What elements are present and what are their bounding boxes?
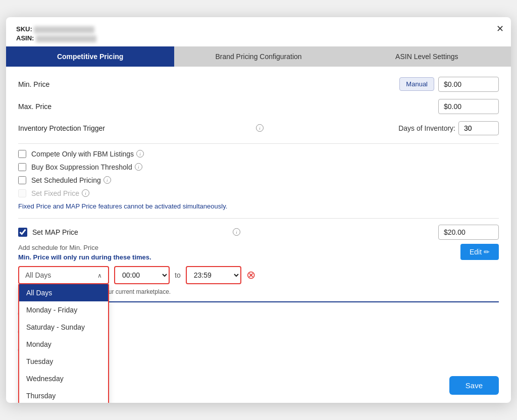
dropdown-item-monday[interactable]: Monday: [19, 336, 108, 353]
divider-2: [18, 218, 499, 219]
modal: ✕ SKU: ASIN: Competitive Pricing Brand P…: [6, 17, 511, 402]
tabs-container: Competitive Pricing Brand Pricing Config…: [6, 46, 511, 67]
schedule-note: Min. Price will only run during these ti…: [18, 253, 151, 261]
fbm-info-icon[interactable]: i: [136, 150, 144, 158]
inventory-protection-row: Inventory Protection Trigger i Days of I…: [18, 121, 499, 135]
edit-button[interactable]: Edit ✏: [460, 244, 499, 260]
time-to-select[interactable]: 23:59 22:00 21:00: [186, 266, 241, 284]
max-price-input[interactable]: [438, 99, 499, 114]
close-button[interactable]: ✕: [496, 23, 504, 34]
days-select-container: All Days All Days Monday - Friday Saturd…: [18, 266, 109, 284]
modal-overlay: ✕ SKU: ASIN: Competitive Pricing Brand P…: [0, 0, 517, 420]
edit-btn-label: Edit ✏: [470, 248, 490, 256]
days-of-inventory-group: Days of Inventory:: [264, 121, 499, 135]
checkbox-fbm-label: Compete Only with FBM Listings: [31, 150, 134, 158]
schedule-section: Add schedule for Min. Price Min. Price w…: [18, 244, 499, 357]
remove-icon: ⊗: [246, 269, 255, 282]
inventory-info-icon[interactable]: i: [256, 124, 264, 132]
dropdown-item-satSun[interactable]: Saturday - Sunday: [19, 319, 108, 336]
dropdown-item-tuesday[interactable]: Tuesday: [19, 353, 108, 370]
day-select-value: All Days: [25, 271, 51, 279]
buybox-info-icon[interactable]: i: [135, 163, 142, 171]
fixed-info-icon[interactable]: i: [82, 189, 89, 197]
checkbox-scheduled[interactable]: [18, 176, 26, 184]
checkbox-scheduled-label: Set Scheduled Pricing: [31, 176, 101, 184]
schedule-controls: All Days All Days Monday - Friday Saturd…: [18, 266, 499, 284]
min-price-row: Min. Price Manual: [18, 77, 499, 92]
chevron-up-icon: [97, 271, 102, 279]
schedule-row-wrapper: Add schedule for Min. Price Min. Price w…: [18, 244, 499, 266]
checkbox-buybox[interactable]: [18, 163, 26, 171]
fixed-map-note: Fixed Price and MAP Price features canno…: [18, 202, 499, 210]
manual-button[interactable]: Manual: [399, 77, 434, 91]
checkbox-fixed-label: Set Fixed Price: [31, 189, 79, 197]
sku-line: SKU:: [16, 25, 501, 33]
scheduled-info-icon[interactable]: i: [104, 176, 111, 184]
schedule-left: Add schedule for Min. Price Min. Price w…: [18, 244, 151, 266]
min-price-label: Min. Price: [18, 80, 399, 88]
tab-competitive[interactable]: Competitive Pricing: [6, 46, 174, 67]
checkbox-fbm[interactable]: [18, 150, 26, 158]
dropdown-item-alldays[interactable]: All Days: [19, 284, 108, 301]
sku-label: SKU:: [16, 25, 32, 33]
days-of-inventory-input[interactable]: [458, 121, 499, 135]
dropdown-item-wednesday[interactable]: Wednesday: [19, 370, 108, 387]
save-button[interactable]: Save: [449, 376, 499, 395]
asin-line: ASIN:: [16, 34, 501, 42]
days-of-inventory-label: Days of Inventory:: [398, 124, 455, 132]
modal-header: SKU: ASIN:: [6, 17, 511, 46]
map-price-input[interactable]: [438, 225, 499, 240]
max-price-row: Max. Price: [18, 99, 499, 114]
remove-schedule-button[interactable]: ⊗: [246, 269, 255, 282]
checkbox-map[interactable]: [18, 228, 27, 237]
min-price-input[interactable]: [438, 77, 499, 92]
checkbox-fixed: [18, 189, 26, 197]
dropdown-item-thursday[interactable]: Thursday: [19, 387, 108, 403]
dropdown-item-monFri[interactable]: Monday - Friday: [19, 301, 108, 319]
inventory-protection-label: Inventory Protection Trigger: [18, 124, 253, 132]
divider-1: [18, 143, 499, 144]
max-price-label: Max. Price: [18, 102, 438, 111]
checkbox-buybox-label: Buy Box Suppression Threshold: [31, 163, 132, 171]
time-from-select[interactable]: 00:00 01:00 02:00: [114, 266, 170, 284]
to-label: to: [175, 271, 181, 279]
edit-btn-wrapper: Edit ✏: [460, 244, 499, 260]
modal-body: Min. Price Manual Max. Price Inventory P…: [6, 67, 511, 370]
checkbox-scheduled-row: Set Scheduled Pricing i: [18, 176, 499, 184]
schedule-add-label: Add schedule for Min. Price: [18, 244, 151, 251]
checkbox-buybox-row: Buy Box Suppression Threshold i: [18, 163, 499, 171]
sku-value: [34, 26, 94, 33]
map-info-icon[interactable]: i: [233, 228, 240, 236]
tab-brand[interactable]: Brand Pricing Configuration: [174, 46, 342, 67]
asin-label: ASIN:: [16, 34, 34, 42]
tab-asin[interactable]: ASIN Level Settings: [343, 46, 511, 67]
day-dropdown-menu: All Days Monday - Friday Saturday - Sund…: [18, 284, 109, 403]
map-price-row: Set MAP Price i: [18, 225, 499, 240]
checkbox-fixed-row: Set Fixed Price i: [18, 189, 499, 197]
checkbox-fbm-row: Compete Only with FBM Listings i: [18, 150, 499, 158]
day-select-button[interactable]: All Days: [18, 266, 109, 284]
map-price-label: Set MAP Price: [32, 228, 230, 236]
asin-value: [36, 35, 96, 42]
